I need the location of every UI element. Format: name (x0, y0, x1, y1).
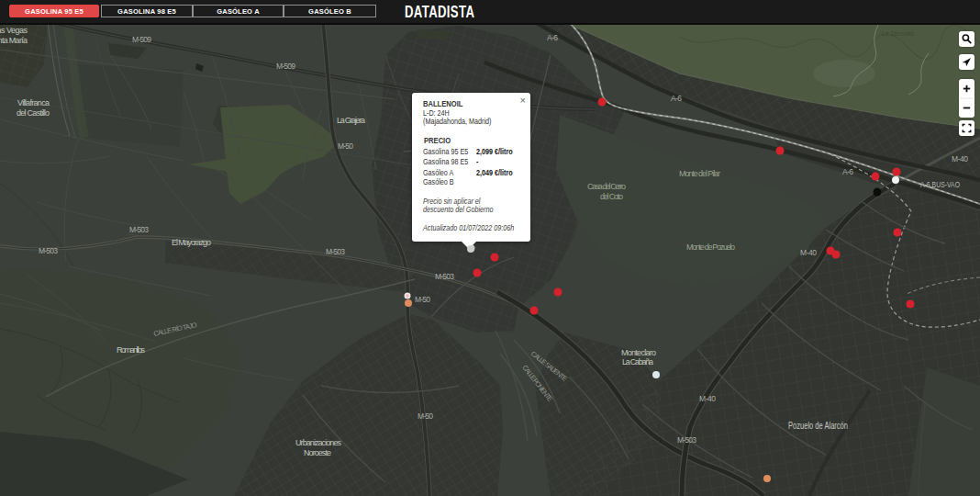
svg-text:A-6: A-6 (842, 167, 853, 176)
svg-text:A-6 BUS-VAO: A-6 BUS-VAO (920, 179, 960, 189)
svg-text:M-503: M-503 (677, 435, 696, 445)
svg-text:M-503: M-503 (129, 225, 149, 234)
svg-text:M-503: M-503 (326, 247, 345, 256)
svg-text:Monteclaro: Monteclaro (621, 348, 656, 357)
svg-text:M-509: M-509 (276, 62, 295, 71)
svg-text:M-40: M-40 (699, 394, 716, 403)
svg-text:Casa del Cerro: Casa del Cerro (587, 182, 626, 191)
svg-text:M-50: M-50 (418, 411, 433, 421)
svg-text:M-50: M-50 (415, 295, 430, 304)
svg-text:Villafranca: Villafranca (17, 98, 50, 107)
svg-text:A-6: A-6 (547, 33, 558, 42)
svg-text:del Coto: del Coto (600, 192, 623, 201)
svg-text:Romanillos: Romanillos (117, 345, 146, 355)
svg-text:Monte del Pilar: Monte del Pilar (679, 169, 720, 178)
svg-text:M-50: M-50 (338, 141, 353, 151)
svg-text:A-6: A-6 (671, 94, 682, 103)
svg-text:M-509: M-509 (132, 35, 151, 44)
svg-text:El Mayorazgo: El Mayorazgo (172, 238, 211, 247)
svg-text:La Zarzuela: La Zarzuela (882, 29, 915, 38)
svg-text:Las Vegas: Las Vegas (0, 26, 28, 35)
svg-text:M-503: M-503 (435, 272, 454, 281)
svg-text:Monte de Pozuelo: Monte de Pozuelo (686, 242, 735, 252)
svg-text:M-40: M-40 (952, 154, 968, 163)
svg-text:La Grajera: La Grajera (337, 116, 365, 125)
svg-text:del Castillo: del Castillo (17, 108, 50, 118)
svg-text:M-40: M-40 (800, 248, 817, 257)
svg-text:La Cabaña: La Cabaña (622, 357, 653, 366)
svg-text:Urbanizaciones: Urbanizaciones (295, 438, 342, 447)
svg-text:Noroeste: Noroeste (304, 448, 331, 457)
svg-text:Santa María: Santa María (0, 36, 28, 45)
svg-text:Pozuelo de Alarcón: Pozuelo de Alarcón (788, 421, 848, 431)
svg-text:M-503: M-503 (39, 246, 58, 255)
